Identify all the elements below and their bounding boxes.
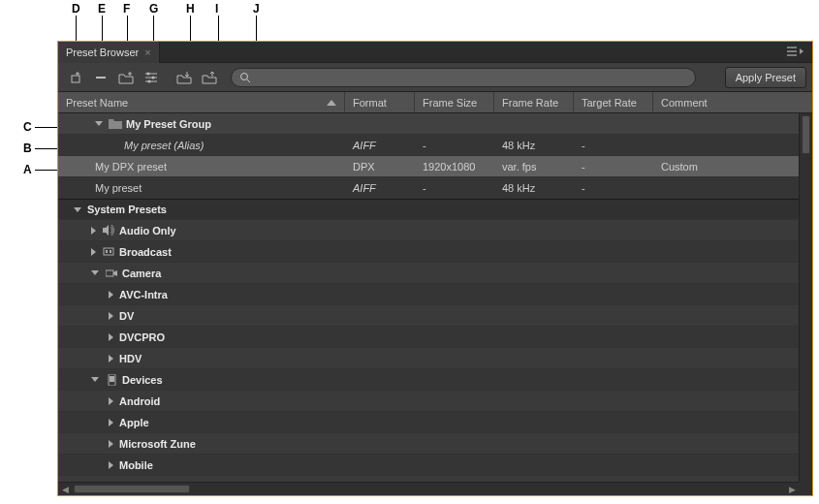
scroll-corner xyxy=(799,482,812,495)
vertical-scrollbar[interactable] xyxy=(799,113,812,482)
row-mobile[interactable]: Mobile xyxy=(58,455,799,476)
row-my-dpx-preset[interactable]: My DPX preset DPX 1920x1080 var. fps - C… xyxy=(58,156,799,177)
row-system-presets[interactable]: System Presets xyxy=(58,199,799,220)
preset-browser-panel: Preset Browser × xyxy=(57,41,813,496)
row-android[interactable]: Android xyxy=(58,391,799,412)
svg-point-2 xyxy=(147,72,150,75)
apply-preset-button[interactable]: Apply Preset xyxy=(725,67,806,88)
search-field[interactable] xyxy=(231,68,696,87)
import-preset-button[interactable] xyxy=(173,67,196,88)
chevron-right-icon[interactable] xyxy=(91,248,96,256)
callout-D: D xyxy=(72,2,80,16)
new-preset-button[interactable] xyxy=(64,67,87,88)
device-icon xyxy=(105,374,118,386)
folder-icon xyxy=(109,118,122,130)
toolbar: Apply Preset xyxy=(58,63,812,92)
row-devices[interactable]: Devices xyxy=(58,369,799,391)
chevron-down-icon[interactable] xyxy=(95,121,103,126)
broadcast-icon xyxy=(102,246,115,258)
chevron-right-icon[interactable] xyxy=(109,419,113,426)
delete-preset-button[interactable] xyxy=(89,67,112,88)
chevron-right-icon[interactable] xyxy=(109,291,113,299)
preset-settings-button[interactable] xyxy=(140,67,163,88)
scroll-right-icon[interactable]: ▶ xyxy=(785,485,799,494)
scrollbar-thumb[interactable] xyxy=(74,485,190,493)
svg-point-5 xyxy=(241,73,248,79)
chevron-right-icon[interactable] xyxy=(109,461,113,469)
rows-area: My Preset Group My preset (Alias) AIFF -… xyxy=(58,113,812,495)
col-frame-rate[interactable]: Frame Rate xyxy=(494,92,574,112)
export-preset-button[interactable] xyxy=(198,67,221,88)
callout-I: I xyxy=(215,2,218,16)
row-hdv[interactable]: HDV xyxy=(58,348,799,369)
chevron-right-icon[interactable] xyxy=(109,440,113,448)
callout-F: F xyxy=(123,2,130,16)
search-input[interactable] xyxy=(257,72,687,83)
svg-point-3 xyxy=(152,76,155,79)
column-headers: Preset Name Format Frame Size Frame Rate… xyxy=(58,92,812,113)
row-dv[interactable]: DV xyxy=(58,305,799,327)
col-frame-size[interactable]: Frame Size xyxy=(415,92,494,112)
new-group-button[interactable] xyxy=(114,67,138,88)
horizontal-scrollbar[interactable]: ◀ ▶ xyxy=(58,482,799,495)
svg-point-4 xyxy=(148,79,151,82)
svg-rect-1 xyxy=(96,77,106,79)
chevron-down-icon[interactable] xyxy=(91,377,99,382)
callout-J: J xyxy=(253,2,260,16)
row-microsoft-zune[interactable]: Microsoft Zune xyxy=(58,433,799,455)
tab-strip: Preset Browser × xyxy=(58,42,812,63)
row-camera[interactable]: Camera xyxy=(58,263,799,284)
panel-menu-icon[interactable] xyxy=(783,45,808,58)
scrollbar-thumb[interactable] xyxy=(802,115,810,154)
svg-rect-7 xyxy=(106,270,113,276)
svg-rect-0 xyxy=(72,76,79,82)
chevron-right-icon[interactable] xyxy=(109,312,113,320)
speaker-icon xyxy=(102,225,115,236)
chevron-right-icon[interactable] xyxy=(109,397,113,405)
col-preset-name[interactable]: Preset Name xyxy=(58,92,345,112)
col-comment[interactable]: Comment xyxy=(653,92,812,112)
callout-G: G xyxy=(149,2,158,16)
close-icon[interactable]: × xyxy=(144,47,150,58)
svg-rect-6 xyxy=(104,248,113,255)
callout-A: A xyxy=(23,163,32,176)
row-apple[interactable]: Apple xyxy=(58,412,799,433)
svg-rect-9 xyxy=(110,376,114,382)
chevron-right-icon[interactable] xyxy=(91,227,96,235)
camera-icon xyxy=(105,268,118,279)
chevron-down-icon[interactable] xyxy=(91,270,99,275)
callout-B: B xyxy=(23,142,32,155)
row-my-preset-group[interactable]: My Preset Group xyxy=(58,113,799,135)
tab-preset-browser[interactable]: Preset Browser × xyxy=(58,42,160,63)
chevron-right-icon[interactable] xyxy=(109,355,113,362)
tab-title: Preset Browser xyxy=(66,47,139,58)
row-broadcast[interactable]: Broadcast xyxy=(58,241,799,263)
row-my-preset[interactable]: My preset AIFF - 48 kHz - xyxy=(58,177,799,199)
chevron-right-icon[interactable] xyxy=(109,333,113,341)
col-format[interactable]: Format xyxy=(345,92,415,112)
col-target-rate[interactable]: Target Rate xyxy=(574,92,653,112)
callout-H: H xyxy=(186,2,195,16)
sort-asc-icon xyxy=(327,100,336,106)
chevron-down-icon[interactable] xyxy=(74,207,81,212)
row-avc-intra[interactable]: AVC-Intra xyxy=(58,284,799,305)
callout-C: C xyxy=(23,120,32,134)
scroll-left-icon[interactable]: ◀ xyxy=(58,485,72,494)
row-my-preset-alias[interactable]: My preset (Alias) AIFF - 48 kHz - xyxy=(58,135,799,156)
row-dvcpro[interactable]: DVCPRO xyxy=(58,327,799,348)
callout-E: E xyxy=(98,2,106,16)
row-audio-only[interactable]: Audio Only xyxy=(58,220,799,241)
search-icon xyxy=(239,72,251,83)
